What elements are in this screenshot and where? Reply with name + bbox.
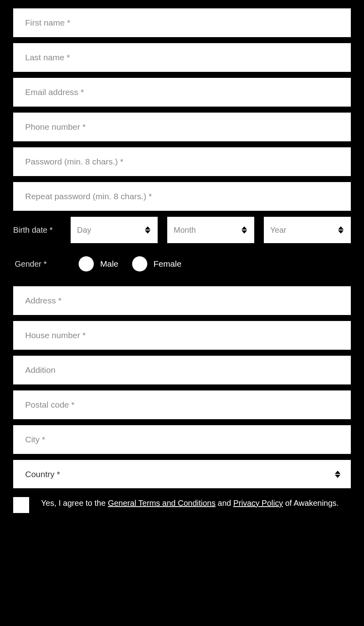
password-input[interactable]: [13, 147, 351, 176]
city-input[interactable]: [13, 425, 351, 454]
country-select[interactable]: Country *: [13, 460, 351, 488]
phone-input[interactable]: [13, 113, 351, 141]
gender-female-label: Female: [154, 259, 182, 269]
terms-link[interactable]: General Terms and Conditions: [108, 499, 216, 507]
postal-code-input[interactable]: [13, 390, 351, 419]
radio-icon: [79, 256, 94, 271]
house-number-input[interactable]: [13, 321, 351, 350]
radio-icon: [132, 256, 147, 271]
privacy-link[interactable]: Privacy Policy: [233, 499, 283, 507]
gender-male-label: Male: [100, 259, 119, 269]
gender-female-radio[interactable]: Female: [132, 256, 182, 271]
terms-checkbox[interactable]: [13, 497, 29, 513]
day-select[interactable]: Day: [71, 217, 158, 243]
addition-input[interactable]: [13, 356, 351, 384]
birth-date-label: Birth date *: [13, 226, 61, 235]
year-select[interactable]: Year: [264, 217, 351, 243]
terms-text: Yes, I agree to the General Terms and Co…: [41, 497, 339, 509]
gender-male-radio[interactable]: Male: [79, 256, 119, 271]
repeat-password-input[interactable]: [13, 182, 351, 211]
gender-label: Gender *: [15, 260, 71, 269]
email-input[interactable]: [13, 78, 351, 107]
first-name-input[interactable]: [13, 8, 351, 37]
month-select[interactable]: Month: [167, 217, 254, 243]
last-name-input[interactable]: [13, 43, 351, 72]
address-input[interactable]: [13, 286, 351, 315]
